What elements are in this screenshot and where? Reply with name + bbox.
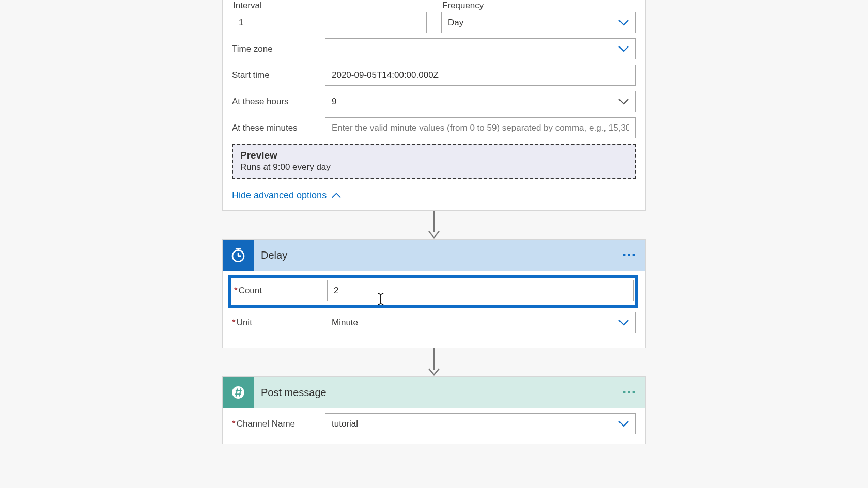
chevron-up-icon <box>332 190 341 201</box>
unit-select[interactable] <box>325 312 636 333</box>
recurrence-card: Interval Frequency Time zone <box>222 0 646 211</box>
frequency-select[interactable] <box>441 12 636 33</box>
minutes-input[interactable] <box>325 117 636 138</box>
svg-line-9 <box>378 304 380 305</box>
starttime-label: Start time <box>232 70 325 81</box>
connector-arrow <box>222 348 646 376</box>
interval-label: Interval <box>232 1 427 11</box>
more-menu[interactable]: ••• <box>623 250 645 261</box>
text-cursor-icon <box>377 292 384 308</box>
hours-select[interactable] <box>325 91 636 112</box>
unit-label: *Unit <box>232 318 325 328</box>
more-menu[interactable]: ••• <box>623 387 645 398</box>
count-input[interactable] <box>327 280 634 301</box>
minutes-label: At these minutes <box>232 123 325 133</box>
preview-title: Preview <box>240 150 628 161</box>
frequency-label: Frequency <box>441 1 636 11</box>
connector-arrow <box>222 211 646 239</box>
delay-card: Delay ••• *Count *Unit <box>222 239 646 348</box>
svg-line-8 <box>381 293 383 294</box>
post-message-header[interactable]: Post message ••• <box>223 377 645 408</box>
count-row-highlight: *Count <box>228 275 638 308</box>
delay-title: Delay <box>254 249 623 261</box>
preview-text: Runs at 9:00 every day <box>240 162 628 172</box>
hash-icon <box>223 377 254 408</box>
post-message-title: Post message <box>254 387 623 399</box>
count-label: *Count <box>234 286 327 296</box>
timezone-label: Time zone <box>232 44 325 54</box>
svg-point-12 <box>232 386 244 399</box>
svg-line-7 <box>378 293 380 294</box>
clock-icon <box>223 240 254 271</box>
hours-label: At these hours <box>232 97 325 107</box>
interval-input[interactable] <box>232 12 427 33</box>
channel-name-select[interactable] <box>325 413 636 434</box>
hide-advanced-label: Hide advanced options <box>232 190 327 201</box>
post-message-card: Post message ••• *Channel Name <box>222 376 646 444</box>
delay-header[interactable]: Delay ••• <box>223 240 645 271</box>
starttime-input[interactable] <box>325 65 636 86</box>
preview-box: Preview Runs at 9:00 every day <box>232 144 636 179</box>
channel-name-label: *Channel Name <box>232 419 325 429</box>
hide-advanced-link[interactable]: Hide advanced options <box>232 190 341 201</box>
svg-line-10 <box>381 304 383 305</box>
timezone-select[interactable] <box>325 38 636 59</box>
